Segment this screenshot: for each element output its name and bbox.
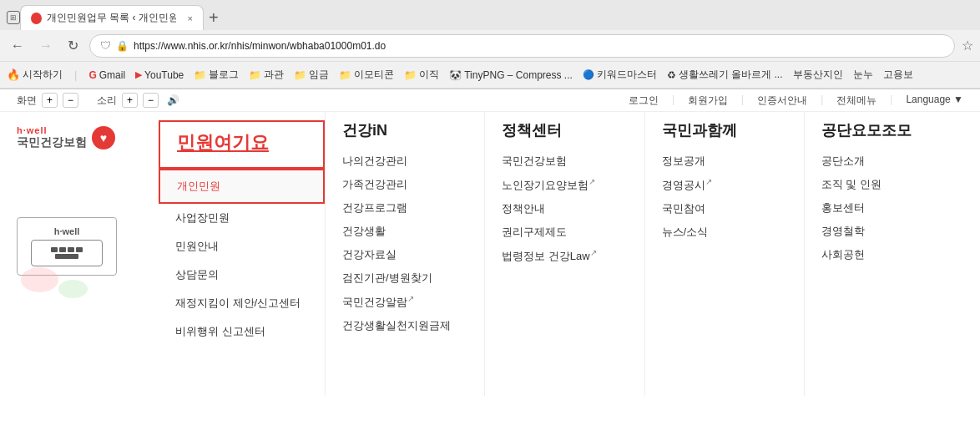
bookmark-folder5[interactable]: 📁 이직 [404,68,439,82]
bookmark-employment[interactable]: 고용보 [883,68,913,82]
tab-close-button[interactable]: × [188,13,193,23]
refresh-button[interactable]: ↻ [63,36,83,55]
key [76,247,83,252]
corporate-item-org[interactable]: 조직 및 인원 [821,177,947,192]
bookmark-nunu[interactable]: 눈누 [853,68,873,82]
bookmark-folder2[interactable]: 📁 과관 [249,68,284,82]
minwon-item-guide[interactable]: 민원안내 [159,232,325,261]
bookmark-sijakhagi[interactable]: 🔥 시작하기 [7,68,63,82]
key-row-2 [40,254,93,259]
health-item-my[interactable]: 나의건강관리 [342,154,467,169]
minwon-title-box: 민원여기요 [159,120,325,169]
screen-label: 화면 [17,94,37,108]
new-tab-icon[interactable]: ⊞ [7,11,20,24]
folder-icon: 📁 [194,69,206,81]
health-item-support[interactable]: 건강생활실천지원금제 [342,318,467,333]
corporate-title: 공단요모조모 [821,120,947,140]
new-tab-button[interactable]: + [209,9,219,26]
cert-link[interactable]: 인증서안내 [757,94,807,108]
bookmark-folder[interactable]: 📁 블로그 [194,68,239,82]
hwell-card-title: h·well [54,226,80,236]
minwon-item-report[interactable]: 비위행위 신고센터 [159,317,325,346]
forward-button[interactable]: → [35,37,57,55]
together-item-news[interactable]: 뉴스/소식 [662,225,787,240]
bookmark-keyword[interactable]: 🔵 키워드마스터 [583,68,657,82]
key [68,247,74,252]
signup-link[interactable]: 회원가입 [688,94,728,108]
minwon-item-proposal[interactable]: 재정지킴이 제안/신고센터 [159,289,325,317]
external-icon2: ↗ [589,177,595,186]
external-icon3: ↗ [590,248,597,257]
nhis-label: 국민건강보험 [17,135,87,150]
corporate-item-social[interactable]: 사회공헌 [821,247,947,262]
screen-controls: 화면 + − 소리 + − 🔊 [17,93,179,108]
health-item-program[interactable]: 건강프로그램 [342,200,467,215]
folder-icon3: 📁 [294,69,306,81]
youtube-icon: ▶ [135,69,142,80]
active-tab[interactable]: 개인민원업무 목록 ‹ 개인민원... × [20,5,204,30]
together-item-info[interactable]: 정보공개 [662,154,787,169]
health-item-family[interactable]: 가족건강관리 [342,177,467,192]
keyboard-illustration [31,240,103,266]
address-text: https://www.nhis.or.kr/nhis/minwon/wbhab… [134,40,386,52]
minwon-menu: 개인민원 사업장민원 민원안내 상담문의 재정지킴이 제안/신고센터 비위행위 … [159,169,325,346]
back-button[interactable]: ← [7,37,28,55]
shield-icon: 🛡 [100,39,111,52]
minwon-item-business[interactable]: 사업장민원 [159,204,325,232]
bookmark-gmail[interactable]: G Gmail [88,69,125,81]
key-row-1 [40,247,93,252]
external-icon4: ↗ [705,177,712,186]
corporate-section: 공단요모조모 공단소개 조직 및 인원 홍보센터 경영철학 사회공헌 [805,112,963,396]
policy-item-nhis[interactable]: 국민건강보험 [502,154,627,169]
bookmark-button[interactable]: ☆ [962,38,973,53]
minwon-section: 민원여기요 개인민원 사업장민원 민원안내 상담문의 재정지킴이 제안/신고센터… [159,112,326,396]
hwell-banner-area: h·well [17,217,150,298]
corporate-item-intro[interactable]: 공단소개 [821,154,947,169]
tab-favicon [31,13,42,24]
health-in-section: 건강iN 나의건강관리 가족건강관리 건강프로그램 건강생활 건강자료실 검진기… [326,112,485,396]
policy-item-guide[interactable]: 정책안내 [502,201,627,216]
heart-icon: ♥ [100,131,107,144]
screen-minus-button[interactable]: − [63,93,78,108]
bookmark-tinypng[interactable]: 🐼 TinyPNG – Compress ... [449,69,573,81]
corporate-item-management[interactable]: 경영철학 [821,224,947,239]
minwon-item-personal[interactable]: 개인민원 [159,169,325,204]
health-item-life[interactable]: 건강생활 [342,224,467,239]
sound-plus-button[interactable]: + [122,93,138,108]
bookmark-folder3[interactable]: 📁 임금 [294,68,329,82]
logo-column: h·well 국민건강보험 ♥ h·well [17,112,159,396]
address-bar[interactable]: 🛡 🔒 https://www.nhis.or.kr/nhis/minwon/w… [89,34,955,58]
full-menu-link[interactable]: 전체메뉴 [836,94,876,108]
language-button[interactable]: Language ▼ [906,94,963,108]
bookmark-realestate[interactable]: 부동산지인 [793,68,843,82]
pink-blob [21,267,58,292]
key [59,247,66,252]
health-item-materials[interactable]: 건강자료실 [342,247,467,262]
heart-logo: ♥ [92,126,115,150]
policy-item-rights[interactable]: 권리구제제도 [502,225,627,240]
health-item-hospital[interactable]: 검진기관/병원찾기 [342,271,467,286]
minwon-title: 민원여기요 [177,132,269,153]
together-title: 국민과함께 [662,120,787,140]
corporate-item-pr[interactable]: 홍보센터 [821,200,947,215]
sound-minus-button[interactable]: − [143,93,159,108]
bookmark-folder4[interactable]: 📁 이모티콘 [339,68,394,82]
policy-item-elderly[interactable]: 노인장기요양보험↗ [502,177,627,193]
fire-icon: 🔥 [7,68,20,81]
bookmark-youtube[interactable]: ▶ YouTube [135,69,184,81]
screen-plus-button[interactable]: + [42,93,58,108]
together-item-management[interactable]: 경영공시↗ [662,177,787,193]
spacebar-key [55,254,78,259]
hwell-card: h·well [17,217,117,276]
key [51,247,58,252]
policy-section: 정책센터 국민건강보험 노인장기요양보험↗ 정책안내 권리구제제도 법령정보 건… [485,112,644,396]
minwon-item-consult[interactable]: 상담문의 [159,261,325,289]
recycling-icon: ♻ [667,69,676,81]
login-link[interactable]: 로그인 [629,94,659,108]
site-wrapper: h·well 국민건강보험 ♥ h·well [0,112,980,396]
bookmark-recycling[interactable]: ♻ 생활쓰레기 올바르게 ... [667,68,783,82]
policy-item-law[interactable]: 법령정보 건강Law↗ [502,248,627,264]
together-item-participation[interactable]: 국민참여 [662,201,787,216]
gmail-icon: G [88,69,96,81]
health-item-alarm[interactable]: 국민건강알람↗ [342,294,467,310]
